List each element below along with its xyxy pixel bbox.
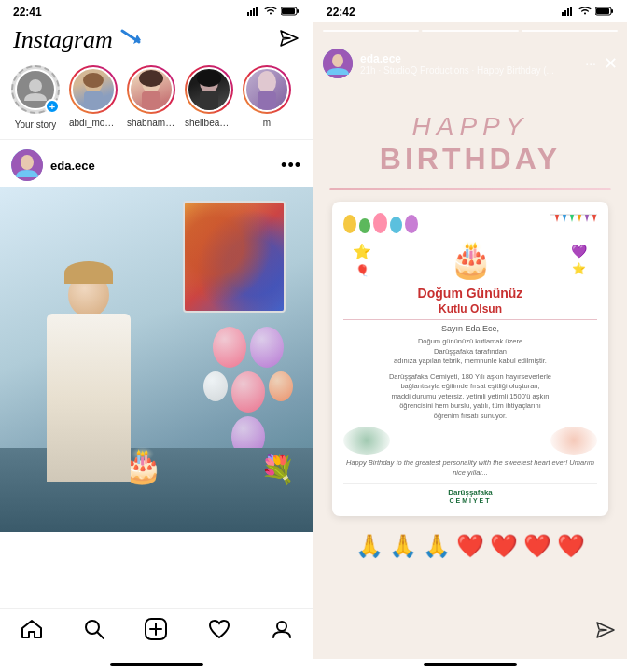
card-balloons-left	[343, 213, 418, 233]
left-panel: 22:41 Instagram	[0, 0, 314, 672]
card-salutation: Sayın Eda Ece,	[343, 324, 597, 333]
reaction-heart-4: ❤️	[557, 533, 585, 559]
nav-search[interactable]	[84, 619, 104, 639]
svg-rect-32	[567, 8, 569, 16]
post-username: eda.ece	[50, 159, 95, 173]
story-item-m[interactable]: m	[243, 65, 291, 128]
battery-icon-right	[595, 7, 614, 18]
direct-message-icon[interactable]	[279, 29, 300, 52]
add-story-badge: +	[45, 99, 60, 114]
story-header: eda.ece 21h · StudioQ Productions · Happ…	[314, 30, 627, 84]
balloon-peach-small	[269, 371, 293, 401]
svg-rect-6	[297, 9, 299, 13]
svg-marker-43	[570, 215, 574, 222]
story-label-m: m	[263, 118, 271, 128]
artwork-inner	[185, 203, 284, 311]
wall-artwork	[183, 201, 286, 313]
wifi-icon	[264, 7, 277, 18]
card-main-area: ⭐ 🎈 🎂 💜 ⭐	[343, 239, 597, 280]
nav-profile[interactable]	[272, 619, 292, 639]
post-more-button[interactable]: •••	[281, 156, 301, 175]
story-user-avatar	[323, 49, 353, 78]
svg-point-13	[83, 73, 104, 88]
stories-row: + Your story abdi_mohse... shabnamsha...	[0, 60, 313, 135]
status-bar-right: 22:42	[314, 0, 627, 22]
time-right: 22:42	[327, 6, 355, 19]
balloon-pink-large	[213, 327, 246, 368]
story-avatar-shabnam	[129, 67, 174, 112]
card-left-deco: ⭐ 🎈	[343, 243, 381, 277]
svg-point-23	[21, 155, 34, 170]
svg-marker-45	[585, 215, 589, 222]
svg-point-39	[332, 54, 343, 67]
svg-rect-18	[200, 91, 218, 110]
balloon-pink-large-2	[231, 371, 265, 413]
story-more-button[interactable]: ···	[585, 56, 596, 71]
svg-rect-15	[142, 91, 160, 110]
svg-rect-33	[570, 7, 572, 16]
reaction-pray-2: 🙏	[389, 533, 417, 559]
card-decorations-top	[343, 213, 597, 233]
svg-point-16	[139, 70, 163, 87]
your-story-item[interactable]: + Your story	[11, 65, 60, 130]
status-icons-right	[562, 7, 614, 18]
svg-rect-36	[611, 9, 613, 13]
svg-rect-1	[250, 10, 252, 16]
story-reply-icon[interactable]	[595, 621, 616, 644]
card-title-line2: Kutlu Olsun	[343, 302, 597, 315]
signal-icon-right	[562, 7, 575, 18]
svg-point-4	[270, 13, 272, 15]
reaction-pray-1: 🙏	[355, 533, 383, 559]
reaction-heart-1: ❤️	[456, 533, 484, 559]
story-label-shell: shellbeauty1	[185, 118, 233, 128]
story-meta: 21h · StudioQ Productions · Happy Birthd…	[360, 65, 585, 76]
story-user-info: eda.ece 21h · StudioQ Productions · Happ…	[360, 52, 585, 76]
balloon-purple	[405, 215, 418, 233]
svg-marker-46	[592, 215, 596, 222]
svg-rect-12	[84, 91, 103, 110]
balloon-yellow	[343, 215, 356, 233]
nav-activity[interactable]	[208, 619, 230, 639]
svg-point-10	[29, 79, 42, 92]
post-avatar	[11, 149, 43, 181]
story-time-ago: 21h	[360, 65, 376, 76]
story-item-abdi[interactable]: abdi_mohse...	[69, 65, 118, 128]
card-right-deco: 💜 ⭐	[560, 244, 597, 275]
nav-add[interactable]	[145, 618, 167, 640]
story-item-shabnam[interactable]: shabnamsha...	[127, 65, 175, 128]
svg-point-34	[584, 13, 586, 15]
svg-rect-3	[256, 7, 258, 16]
balloon-blue	[390, 217, 402, 233]
card-body-text: Doğum gününüzü kutlamak üzereDarüşşafaka…	[343, 337, 597, 367]
story-reactions: 🙏 🙏 🙏 ❤️ ❤️ ❤️ ❤️	[346, 524, 594, 568]
nav-home[interactable]	[21, 619, 43, 639]
svg-rect-7	[282, 8, 295, 14]
reaction-pray-3: 🙏	[423, 533, 451, 559]
story-content: HAPPY BIRTHDAY	[314, 22, 627, 613]
reaction-heart-3: ❤️	[523, 533, 551, 559]
balloon-green	[359, 218, 370, 233]
svg-rect-2	[253, 8, 255, 16]
story-close-button[interactable]: ✕	[604, 53, 618, 74]
balloon-deco-small: 🎈	[355, 264, 369, 277]
balloon-lavender-large	[250, 327, 284, 368]
top-bar: Instagram	[0, 22, 313, 60]
story-label-abdi: abdi_mohse...	[69, 118, 118, 128]
add-story-button[interactable]: +	[11, 65, 60, 114]
birthday-text: BIRTHDAY	[380, 142, 561, 176]
story-avatar-wrap-shabnam	[127, 65, 175, 114]
person-body	[47, 314, 131, 482]
post-header: eda.ece •••	[0, 144, 313, 187]
bottom-nav	[0, 608, 313, 659]
svg-rect-21	[258, 91, 276, 110]
svg-point-19	[197, 70, 221, 87]
wifi-icon-right	[578, 7, 592, 18]
battery-icon	[281, 7, 300, 18]
story-item-shell[interactable]: shellbeauty1	[185, 65, 233, 128]
svg-rect-0	[247, 12, 249, 16]
card-footer-text: Happy Birthday to the greatest personali…	[343, 458, 597, 478]
card-center: 🎂	[388, 239, 552, 280]
right-panel: 22:42 eda.ece	[314, 0, 627, 672]
signal-icon	[247, 7, 260, 18]
svg-rect-31	[564, 10, 566, 16]
